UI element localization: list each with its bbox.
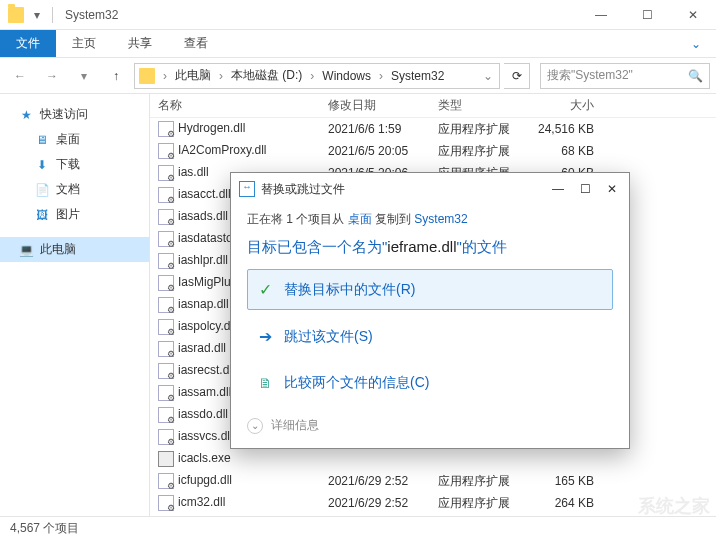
file-icon xyxy=(158,297,174,313)
sidebar-item-desktop[interactable]: 🖥 桌面 xyxy=(0,127,149,152)
maximize-button[interactable]: ☐ xyxy=(624,0,670,30)
sidebar-item-downloads[interactable]: ⬇ 下载 xyxy=(0,152,149,177)
sidebar-item-label: 文档 xyxy=(56,181,80,198)
file-name: iaspolcy.dll xyxy=(178,319,236,333)
dialog-titlebar: 替换或跳过文件 — ☐ ✕ xyxy=(231,173,629,205)
table-row[interactable]: Hydrogen.dll2021/6/6 1:59应用程序扩展24,516 KB xyxy=(150,118,716,140)
file-name: IA2ComProxy.dll xyxy=(178,143,266,157)
breadcrumb-segment[interactable]: 此电脑 xyxy=(171,67,215,84)
back-button[interactable]: ← xyxy=(6,63,34,89)
file-icon xyxy=(158,187,174,203)
breadcrumb[interactable]: › 此电脑 › 本地磁盘 (D:) › Windows › System32 ⌄ xyxy=(134,63,500,89)
minimize-button[interactable]: — xyxy=(578,0,624,30)
window-controls: — ☐ ✕ xyxy=(578,0,716,30)
status-bar: 4,567 个项目 xyxy=(0,516,716,540)
file-icon xyxy=(158,451,174,467)
column-header-date[interactable]: 修改日期 xyxy=(320,97,430,114)
download-icon: ⬇ xyxy=(34,157,50,173)
desktop-icon: 🖥 xyxy=(34,132,50,148)
details-toggle[interactable]: ⌄ 详细信息 xyxy=(247,417,613,434)
replace-or-skip-dialog: 替换或跳过文件 — ☐ ✕ 正在将 1 个项目从 桌面 复制到 System32… xyxy=(230,172,630,449)
file-icon xyxy=(158,385,174,401)
file-icon xyxy=(158,319,174,335)
quick-access-toolbar-icon[interactable]: ▾ xyxy=(30,8,44,22)
star-icon: ★ xyxy=(18,107,34,123)
file-icon xyxy=(158,209,174,225)
sidebar-item-quick-access[interactable]: ★ 快速访问 xyxy=(0,102,149,127)
separator xyxy=(52,7,53,23)
forward-button[interactable]: → xyxy=(38,63,66,89)
file-date: 2021/6/29 2:52 xyxy=(320,474,430,488)
dialog-maximize-button[interactable]: ☐ xyxy=(580,182,591,196)
file-icon xyxy=(158,121,174,137)
column-header-type[interactable]: 类型 xyxy=(430,97,522,114)
file-name: iasnap.dll xyxy=(178,297,229,311)
file-name: iasrecst.dll xyxy=(178,363,235,377)
window-title: System32 xyxy=(65,8,118,22)
file-name: iashlpr.dll xyxy=(178,253,228,267)
breadcrumb-segment[interactable]: System32 xyxy=(387,69,448,83)
file-date: 2021/6/6 1:59 xyxy=(320,122,430,136)
file-date: 2021/6/5 20:05 xyxy=(320,144,430,158)
file-name: icacls.exe xyxy=(178,451,231,465)
table-row[interactable]: icmp.dll2021/6/5 20:06应用程序扩展12 KB xyxy=(150,514,716,516)
table-row[interactable]: IA2ComProxy.dll2021/6/5 20:05应用程序扩展68 KB xyxy=(150,140,716,162)
dialog-subtitle: 正在将 1 个项目从 桌面 复制到 System32 xyxy=(247,211,613,228)
ribbon-expand-button[interactable]: ⌄ xyxy=(676,30,716,57)
option-replace[interactable]: ✓ 替换目标中的文件(R) xyxy=(247,269,613,310)
chevron-right-icon[interactable]: › xyxy=(161,69,169,83)
refresh-button[interactable]: ⟳ xyxy=(504,63,530,89)
source-link[interactable]: 桌面 xyxy=(348,212,372,226)
close-button[interactable]: ✕ xyxy=(670,0,716,30)
column-header-size[interactable]: 大小 xyxy=(522,97,602,114)
file-name: iassam.dll xyxy=(178,385,231,399)
search-input[interactable]: 搜索"System32" 🔍 xyxy=(540,63,710,89)
file-size: 264 KB xyxy=(522,496,602,510)
file-type: 应用程序扩展 xyxy=(430,473,522,490)
option-label: 跳过该文件(S) xyxy=(284,328,373,346)
file-type: 应用程序扩展 xyxy=(430,121,522,138)
sidebar-item-documents[interactable]: 📄 文档 xyxy=(0,177,149,202)
destination-link[interactable]: System32 xyxy=(414,212,467,226)
recent-locations-button[interactable]: ▾ xyxy=(70,63,98,89)
navigation-pane: ★ 快速访问 🖥 桌面 ⬇ 下载 📄 文档 🖼 图片 💻 此电脑 xyxy=(0,94,150,516)
file-date: 2021/6/29 2:52 xyxy=(320,496,430,510)
file-icon xyxy=(158,165,174,181)
titlebar: ▾ System32 — ☐ ✕ xyxy=(0,0,716,30)
tab-file[interactable]: 文件 xyxy=(0,30,56,57)
file-icon xyxy=(158,341,174,357)
file-name: iassvcs.dll xyxy=(178,429,233,443)
file-name: iasrad.dll xyxy=(178,341,226,355)
sidebar-item-this-pc[interactable]: 💻 此电脑 xyxy=(0,237,149,262)
skip-icon: ➔ xyxy=(256,327,274,346)
tab-view[interactable]: 查看 xyxy=(168,30,224,57)
table-row[interactable]: icm32.dll2021/6/29 2:52应用程序扩展264 KB xyxy=(150,492,716,514)
dialog-title: 替换或跳过文件 xyxy=(261,181,345,198)
column-header-name[interactable]: 名称 xyxy=(150,97,320,114)
sidebar-item-label: 下载 xyxy=(56,156,80,173)
dialog-body: 正在将 1 个项目从 桌面 复制到 System32 目标已包含一个名为"ief… xyxy=(231,205,629,448)
dialog-close-button[interactable]: ✕ xyxy=(607,182,617,196)
table-row[interactable]: icfupgd.dll2021/6/29 2:52应用程序扩展165 KB xyxy=(150,470,716,492)
option-label: 比较两个文件的信息(C) xyxy=(284,374,429,392)
tab-home[interactable]: 主页 xyxy=(56,30,112,57)
table-row[interactable]: icacls.exe xyxy=(150,448,716,470)
pictures-icon: 🖼 xyxy=(34,207,50,223)
search-icon[interactable]: 🔍 xyxy=(688,69,703,83)
file-type: 应用程序扩展 xyxy=(430,143,522,160)
file-icon xyxy=(158,495,174,511)
breadcrumb-segment[interactable]: Windows xyxy=(318,69,375,83)
breadcrumb-dropdown[interactable]: ⌄ xyxy=(481,69,495,83)
dialog-minimize-button[interactable]: — xyxy=(552,182,564,196)
file-name: icfupgd.dll xyxy=(178,473,232,487)
option-compare[interactable]: 🗎 比较两个文件的信息(C) xyxy=(247,363,613,403)
file-icon xyxy=(158,407,174,423)
breadcrumb-segment[interactable]: 本地磁盘 (D:) xyxy=(227,67,306,84)
option-skip[interactable]: ➔ 跳过该文件(S) xyxy=(247,316,613,357)
sidebar-item-pictures[interactable]: 🖼 图片 xyxy=(0,202,149,227)
chevron-right-icon[interactable]: › xyxy=(308,69,316,83)
chevron-right-icon[interactable]: › xyxy=(217,69,225,83)
chevron-right-icon[interactable]: › xyxy=(377,69,385,83)
up-button[interactable]: ↑ xyxy=(102,63,130,89)
tab-share[interactable]: 共享 xyxy=(112,30,168,57)
